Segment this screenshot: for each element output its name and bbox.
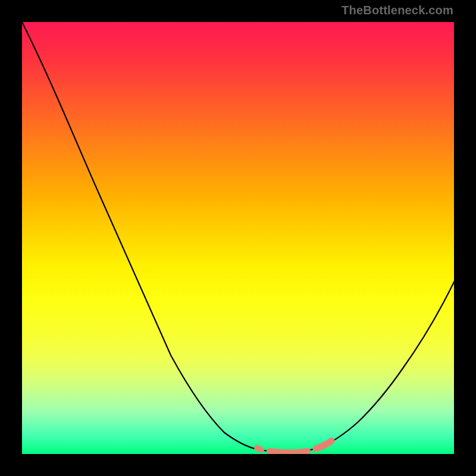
chart-svg [22, 22, 454, 454]
highlight-left-dot [257, 448, 261, 450]
highlight-right-rise [316, 441, 331, 449]
watermark-text: TheBottleneck.com [342, 4, 453, 17]
highlight-flat [270, 451, 308, 452]
bottleneck-curve-path [22, 22, 454, 452]
